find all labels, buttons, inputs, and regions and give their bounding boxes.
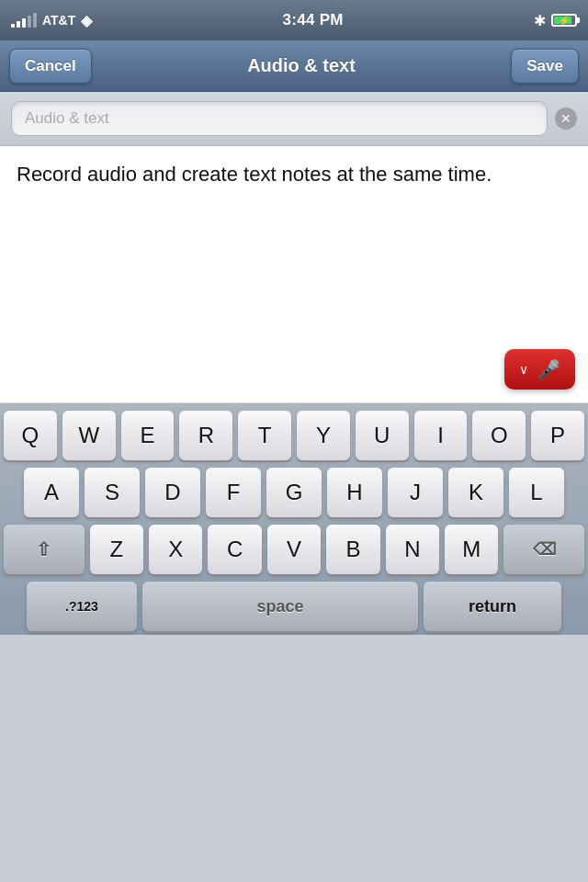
backspace-key[interactable]: ⌫ <box>503 525 584 574</box>
title-input-placeholder: Audio & text <box>25 109 109 128</box>
key-v[interactable]: V <box>267 525 321 574</box>
title-input[interactable]: Audio & text <box>11 101 548 136</box>
content-area[interactable]: Record audio and create text notes at th… <box>0 146 588 403</box>
key-g[interactable]: G <box>266 468 322 517</box>
key-w[interactable]: W <box>62 411 116 460</box>
key-x[interactable]: X <box>149 525 202 574</box>
key-q[interactable]: Q <box>4 411 57 460</box>
status-left: AT&T ◈ <box>11 12 92 29</box>
nav-title: Audio & text <box>247 55 356 76</box>
wifi-icon: ◈ <box>81 12 92 29</box>
key-p[interactable]: P <box>531 411 584 460</box>
status-time: 3:44 PM <box>282 11 343 29</box>
key-z[interactable]: Z <box>90 525 143 574</box>
key-m[interactable]: M <box>445 525 498 574</box>
keyboard-row-2: A S D F G H J K L <box>4 468 584 517</box>
backspace-icon: ⌫ <box>533 539 556 560</box>
keyboard-row-1: Q W E R T Y U I O P <box>4 411 584 460</box>
keyboard-row-3: ⇧ Z X C V B N M ⌫ <box>4 525 584 574</box>
charging-icon: ⚡ <box>559 16 570 26</box>
search-bar: Audio & text ✕ <box>0 92 588 146</box>
status-right: ✱ ⚡ <box>534 12 577 29</box>
keyboard: Q W E R T Y U I O P A S D F G H J K L ⇧ … <box>0 403 588 635</box>
numbers-key[interactable]: .?123 <box>27 582 137 631</box>
key-y[interactable]: Y <box>297 411 350 460</box>
save-button[interactable]: Save <box>511 49 579 84</box>
key-n[interactable]: N <box>386 525 439 574</box>
nav-bar: Cancel Audio & text Save <box>0 40 588 92</box>
return-key[interactable]: return <box>424 582 561 631</box>
key-i[interactable]: I <box>414 411 468 460</box>
carrier-label: AT&T <box>42 13 75 28</box>
key-h[interactable]: H <box>327 468 382 517</box>
key-s[interactable]: S <box>85 468 140 517</box>
key-c[interactable]: C <box>208 525 261 574</box>
content-text: Record audio and create text notes at th… <box>17 161 571 189</box>
key-e[interactable]: E <box>121 411 175 460</box>
signal-bars <box>11 13 37 28</box>
space-key[interactable]: space <box>142 582 418 631</box>
key-d[interactable]: D <box>145 468 200 517</box>
key-t[interactable]: T <box>238 411 291 460</box>
key-f[interactable]: F <box>206 468 261 517</box>
shift-icon: ⇧ <box>36 538 51 560</box>
battery-icon: ⚡ <box>551 14 577 27</box>
shift-key[interactable]: ⇧ <box>4 525 85 574</box>
key-r[interactable]: R <box>179 411 232 460</box>
chevron-down-icon: ∨ <box>519 362 528 377</box>
microphone-icon: 🎤 <box>537 358 560 380</box>
cancel-button[interactable]: Cancel <box>9 49 92 84</box>
keyboard-row-bottom: .?123 space return <box>4 582 584 631</box>
status-bar: AT&T ◈ 3:44 PM ✱ ⚡ <box>0 0 588 40</box>
key-u[interactable]: U <box>356 411 409 460</box>
key-b[interactable]: B <box>326 525 379 574</box>
clear-icon: ✕ <box>560 111 571 126</box>
mic-record-button[interactable]: ∨ 🎤 <box>504 349 575 390</box>
bluetooth-icon: ✱ <box>534 12 546 29</box>
key-o[interactable]: O <box>472 411 526 460</box>
key-j[interactable]: J <box>388 468 443 517</box>
clear-button[interactable]: ✕ <box>555 107 577 130</box>
key-a[interactable]: A <box>24 468 79 517</box>
key-l[interactable]: L <box>509 468 564 517</box>
key-k[interactable]: K <box>448 468 503 517</box>
